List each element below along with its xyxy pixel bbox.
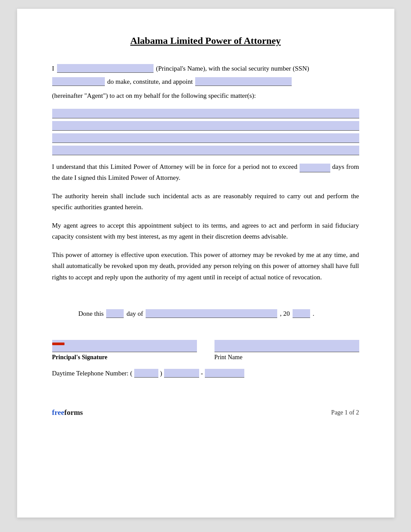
day-field[interactable] [106,309,124,318]
matter-field-4[interactable] [52,146,359,155]
agent-name-field[interactable] [195,77,292,86]
line2-suffix: do make, constitute, and appoint [107,78,193,86]
paragraph-4: This power of attorney is effective upon… [52,250,359,283]
logo-free: free [52,408,64,417]
year-prefix: , 20 [280,310,290,318]
phone-area-field[interactable] [134,369,158,378]
document-title: Alabama Limited Power of Attorney [52,35,359,46]
done-this-row: Done this day of , 20 . [79,309,359,318]
print-name-field[interactable] [214,340,359,352]
line-1: I (Principal's Name), with the social se… [52,64,359,73]
paragraph-2: The authority herein shall include such … [52,191,359,213]
line-3: (hereinafter "Agent") to act on my behal… [52,90,359,102]
month-field[interactable] [146,309,277,318]
footer: freeforms Page 1 of 2 [52,404,359,417]
principal-sig-col: Principal's Signature [52,340,197,361]
print-name-field-wrapper [214,340,359,352]
phone-row: Daytime Telephone Number: ( ) - [52,369,359,378]
logo-forms: forms [64,408,83,417]
matter-field-2[interactable] [52,121,359,131]
principals-name-field[interactable] [57,64,154,73]
phone-number-field[interactable] [205,369,244,378]
red-dash-icon [52,343,64,345]
ssn-field[interactable] [52,77,105,86]
principal-sig-label: Principal's Signature [52,354,197,361]
matter-field-3[interactable] [52,133,359,143]
freeforms-logo: freeforms [52,408,83,417]
line1-prefix: I [52,65,54,72]
year-field[interactable] [293,309,310,318]
day-of-label: day of [126,310,143,318]
print-name-col: Print Name [214,340,359,361]
sig-field-wrapper [52,340,197,352]
para1-text: I understand that this Limited Power of … [52,163,297,170]
paragraph-3: My agent agrees to accept this appointme… [52,220,359,243]
phone-dash: - [201,370,203,377]
matters-fields [52,109,359,155]
days-field[interactable] [300,164,330,172]
line1-suffix: (Principal's Name), with the social secu… [156,65,309,72]
matter-field-1[interactable] [52,109,359,118]
phone-label: Daytime Telephone Number: ( [52,370,132,377]
done-this-label: Done this [79,310,104,318]
paragraph-1: I understand that this Limited Power of … [52,161,359,184]
signature-row: Principal's Signature Print Name [52,340,359,361]
print-name-label: Print Name [214,354,359,361]
document-page: Alabama Limited Power of Attorney I (Pri… [17,9,394,518]
principal-signature-field[interactable] [52,340,197,352]
phone-close: ) [160,370,162,377]
phone-prefix-field[interactable] [164,369,199,378]
year-suffix: . [313,310,315,318]
page-number: Page 1 of 2 [331,409,359,416]
line-2: do make, constitute, and appoint [52,77,359,86]
